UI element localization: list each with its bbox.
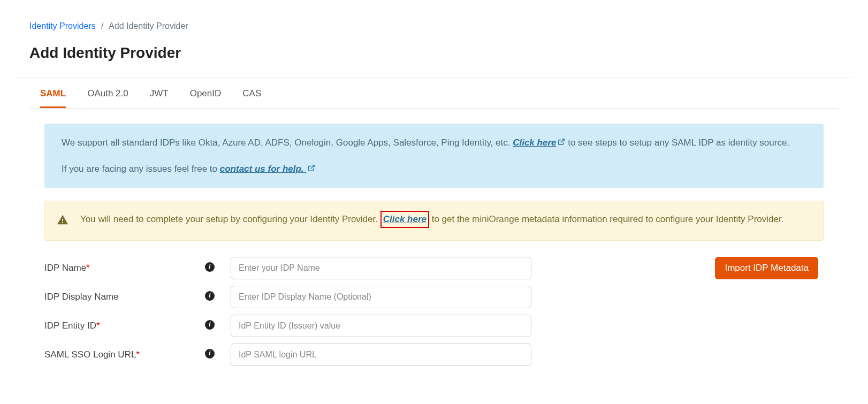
warn-text-a: You will need to complete your setup by … (80, 214, 380, 224)
import-idp-metadata-button[interactable]: Import IDP Metadata (715, 257, 818, 279)
form: IDP Name* i Import IDP Metadata IDP Disp… (44, 257, 824, 366)
breadcrumb-current: Add Identity Provider (109, 21, 188, 31)
divider (16, 78, 852, 78)
warn-text-b: to get the miniOrange metadata informati… (429, 214, 783, 224)
info-icon[interactable]: i (205, 262, 215, 272)
tab-jwt[interactable]: JWT (150, 83, 169, 108)
info-alert: We support all standard IDPs like Okta, … (44, 124, 824, 188)
saml-sso-login-url-field[interactable] (231, 344, 531, 366)
info-icon[interactable]: i (205, 320, 215, 330)
idp-display-name-field[interactable] (231, 286, 531, 308)
warn-click-here-link[interactable]: Click here (383, 214, 427, 224)
svg-line-1 (311, 165, 314, 169)
info-text-1a: We support all standard IDPs like Okta, … (62, 138, 513, 148)
external-link-icon (558, 135, 565, 150)
tab-saml[interactable]: SAML (40, 83, 66, 108)
click-here-highlight: Click here (380, 211, 429, 227)
breadcrumb-root-link[interactable]: Identity Providers (29, 21, 96, 31)
breadcrumb: Identity Providers / Add Identity Provid… (29, 21, 839, 31)
tab-oauth[interactable]: OAuth 2.0 (87, 83, 128, 108)
info-contact-link[interactable]: contact us for help. (220, 164, 316, 174)
label-saml-sso-login-url: SAML SSO Login URL* (44, 349, 205, 360)
tab-cas[interactable]: CAS (242, 83, 261, 108)
info-click-here-link[interactable]: Click here (513, 138, 565, 148)
breadcrumb-separator: / (101, 21, 103, 31)
label-idp-entity-id: IDP Entity ID* (44, 321, 205, 331)
tabs: SAML OAuth 2.0 JWT OpenID CAS (40, 83, 839, 108)
label-idp-display-name: IDP Display Name (44, 292, 205, 302)
idp-entity-id-field[interactable] (231, 315, 531, 337)
svg-line-0 (561, 139, 564, 142)
idp-name-field[interactable] (231, 257, 531, 279)
info-icon[interactable]: i (205, 291, 215, 301)
info-icon[interactable]: i (205, 349, 215, 359)
page-title: Add Identity Provider (29, 44, 839, 62)
info-text-2a: If you are facing any issues feel free t… (62, 164, 220, 174)
warning-alert: You will need to complete your setup by … (44, 201, 824, 240)
label-idp-name: IDP Name* (44, 263, 205, 273)
external-link-icon (308, 162, 315, 176)
tab-openid[interactable]: OpenID (190, 83, 222, 108)
info-text-1b: to see steps to setup any SAML IDP as id… (565, 138, 789, 148)
warning-icon (57, 214, 68, 230)
